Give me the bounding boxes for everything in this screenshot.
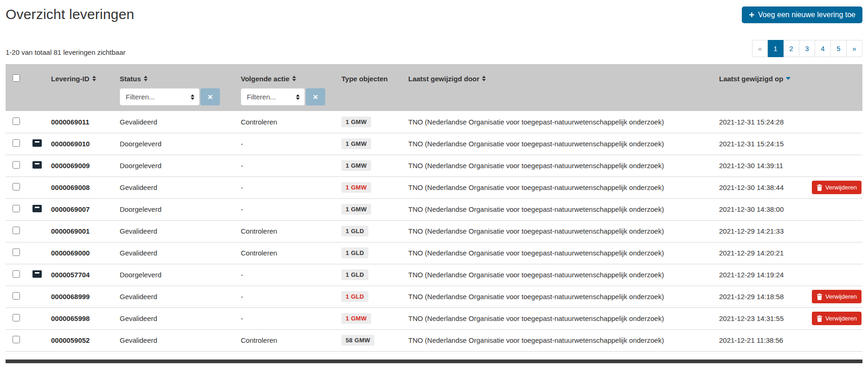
select-all-checkbox[interactable] [13,74,20,82]
pagination: «12345» [752,40,862,57]
row-checkbox-cell [6,220,28,242]
row-icon-cell [28,176,46,198]
laatst-gewijzigd-door-cell: TNO (Nederlandse Organisatie voor toegep… [404,155,714,176]
select-arrows-icon [191,94,194,100]
add-delivery-button-label: Voeg een nieuwe levering toe [758,11,855,19]
volgende-actie-cell: - [236,133,337,155]
column-header-levering-id[interactable]: Levering-ID [46,64,115,88]
archive-box-icon [32,161,42,169]
row-checkbox-cell [6,155,28,176]
levering-id-cell: 0000059052 [46,329,115,351]
pagination-page-4[interactable]: 4 [815,40,831,57]
sort-icon[interactable] [482,76,486,81]
row-icon-cell [28,133,46,155]
row-checkbox[interactable] [13,336,20,343]
laatst-gewijzigd-door-cell: TNO (Nederlandse Organisatie voor toegep… [404,133,714,155]
actie-filter-select[interactable]: Filteren... [241,88,305,105]
column-header-laatst-gewijzigd-op[interactable]: Laatst gewijzigd op [714,64,807,88]
row-icon-cell [28,264,46,286]
table-row[interactable]: 0000069001 Gevalideerd Controleren 1 GLD… [6,220,862,242]
type-objecten-badge: 58 GMW [341,335,374,346]
row-checkbox[interactable] [13,314,20,321]
volgende-actie-cell: - [236,286,337,307]
pagination-next-button[interactable]: » [847,40,862,57]
table-row[interactable]: 0000069007 Doorgeleverd - 1 GMW TNO (Ned… [6,198,862,220]
row-checkbox-cell [6,264,28,286]
laatst-gewijzigd-door-cell: TNO (Nederlandse Organisatie voor toegep… [404,329,714,351]
delete-button[interactable]: Verwijderen [812,290,862,303]
type-objecten-badge: 1 GLD [341,269,368,280]
row-action-cell: Verwijderen [807,198,862,220]
type-objecten-cell: 1 GLD [337,264,404,286]
laatst-gewijzigd-op-cell: 2021-12-29 14:21:33 [714,220,807,242]
table-footer-bar [6,359,862,363]
levering-id-cell: 0000068999 [46,286,115,307]
table-row[interactable]: 0000069009 Doorgeleverd - 1 GMW TNO (Ned… [6,155,862,176]
sort-desc-icon[interactable] [786,77,791,80]
laatst-gewijzigd-op-cell: 2021-12-30 14:38:44 [714,176,807,198]
row-checkbox[interactable] [13,139,20,147]
table-row[interactable]: 0000069011 Gevalideerd Controleren 1 GMW… [6,111,862,133]
add-delivery-button[interactable]: + Voeg een nieuwe levering toe [742,7,862,23]
table-row[interactable]: 0000068999 Gevalideerd - 1 GLD TNO (Nede… [6,286,862,307]
archive-box-icon [32,270,42,278]
actie-filter-clear-button[interactable]: × [306,88,325,105]
column-header-volgende-actie[interactable]: Volgende actie [236,64,337,88]
type-objecten-badge: 1 GMW [341,204,371,215]
row-icon-cell [28,155,46,176]
row-checkbox[interactable] [13,227,20,234]
row-checkbox[interactable] [13,205,20,212]
column-header-type-objecten: Type objecten [337,64,404,88]
levering-id-cell: 0000069000 [46,242,115,264]
table-row[interactable]: 0000069000 Gevalideerd Controleren 1 GLD… [6,242,862,264]
table-row[interactable]: 0000069008 Gevalideerd - 1 GMW TNO (Nede… [6,176,862,198]
volgende-actie-cell: - [236,176,337,198]
type-objecten-cell: 1 GMW [337,198,404,220]
row-checkbox[interactable] [13,270,20,278]
pagination-prev-button[interactable]: « [752,40,768,57]
row-checkbox[interactable] [13,292,20,300]
row-checkbox[interactable] [13,183,20,190]
row-action-cell: Verwijderen [807,329,862,351]
results-summary: 1-20 van totaal 81 leveringen zichtbaar [6,48,126,57]
status-filter-select[interactable]: Filteren... [120,88,199,105]
pagination-page-5[interactable]: 5 [831,40,847,57]
sort-icon[interactable] [92,76,96,81]
table-row[interactable]: 0000059052 Gevalideerd Controleren 58 GM… [6,329,862,351]
delete-button[interactable]: Verwijderen [812,312,862,325]
volgende-actie-cell: - [236,264,337,286]
table-header: Levering-ID Status Volgende actie [6,64,862,111]
action-column-header [807,64,862,88]
sort-icon[interactable] [292,76,296,81]
pagination-page-1[interactable]: 1 [768,40,784,57]
column-header-status[interactable]: Status [115,64,236,88]
sort-icon[interactable] [144,76,148,81]
type-objecten-badge: 1 GMW [341,313,371,324]
row-icon-cell [28,198,46,220]
status-cell: Gevalideerd [115,286,236,307]
status-filter-cell: Filteren... × [115,88,236,111]
table-row[interactable]: 0000057704 Doorgeleverd - 1 GLD TNO (Ned… [6,264,862,286]
row-checkbox[interactable] [13,161,20,169]
laatst-gewijzigd-door-cell: TNO (Nederlandse Organisatie voor toegep… [404,176,714,198]
type-objecten-badge: 1 GLD [341,226,368,236]
pagination-page-2[interactable]: 2 [784,40,799,57]
status-cell: Doorgeleverd [115,155,236,176]
type-objecten-cell: 1 GLD [337,286,404,307]
column-header-laatst-gewijzigd-door[interactable]: Laatst gewijzigd door [404,64,714,88]
row-checkbox[interactable] [13,118,20,125]
column-label-levering-id: Levering-ID [51,75,90,83]
table-row[interactable]: 0000069010 Doorgeleverd - 1 GMW TNO (Ned… [6,133,862,155]
volgende-actie-cell: - [236,198,337,220]
laatst-gewijzigd-op-cell: 2021-12-30 14:38:00 [714,198,807,220]
status-filter-clear-button[interactable]: × [200,88,220,105]
type-objecten-cell: 1 GMW [337,307,404,329]
levering-id-cell: 0000057704 [46,264,115,286]
laatst-gewijzigd-op-cell: 2021-12-21 11:38:56 [714,329,807,351]
pagination-page-3[interactable]: 3 [799,40,815,57]
table-row[interactable]: 0000065998 Gevalideerd - 1 GMW TNO (Nede… [6,307,862,329]
levering-id-cell: 0000069001 [46,220,115,242]
deliveries-table: Levering-ID Status Volgende actie [6,64,862,352]
row-checkbox[interactable] [13,248,20,256]
delete-button[interactable]: Verwijderen [812,181,862,194]
